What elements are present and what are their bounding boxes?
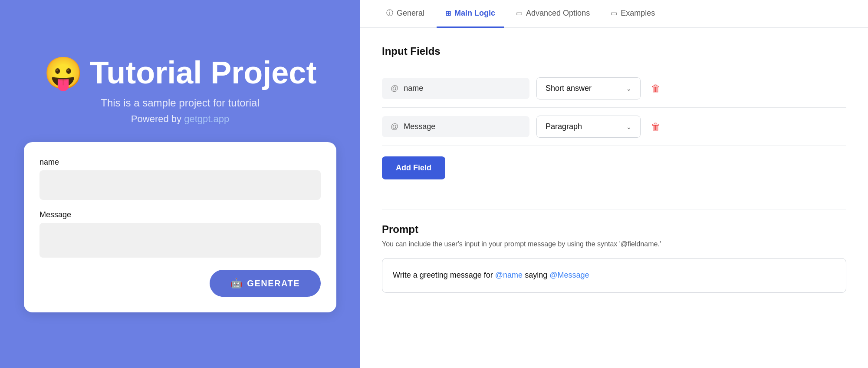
tab-examples-label: Examples <box>621 9 655 18</box>
delete-icon-message[interactable]: 🗑 <box>651 121 661 133</box>
field-name-label: name <box>404 84 423 93</box>
generate-button[interactable]: 🤖 GENERATE <box>210 270 321 297</box>
form-field-name: name <box>39 158 321 200</box>
field-type-label-name: Short answer <box>546 84 592 93</box>
form-footer: 🤖 GENERATE <box>39 270 321 297</box>
message-textarea[interactable] <box>39 223 321 258</box>
main-logic-icon: ⊞ <box>445 9 451 17</box>
prompt-help-text: You can include the user's input in your… <box>382 239 846 249</box>
at-icon-message: @ <box>391 122 398 131</box>
right-panel: ⓘ General ⊞ Main Logic ▭ Advanced Option… <box>360 0 868 368</box>
tab-main-logic[interactable]: ⊞ Main Logic <box>437 0 504 28</box>
field-name-box-message: @ Message <box>382 116 529 137</box>
prompt-box[interactable]: Write a greeting message for @name sayin… <box>382 258 846 293</box>
powered-by-text: Powered by getgpt.app <box>131 113 229 125</box>
prompt-mention-name: @name <box>495 271 523 279</box>
prompt-text-middle: saying <box>525 271 549 279</box>
add-field-button[interactable]: Add Field <box>382 156 445 179</box>
name-input[interactable] <box>39 170 321 200</box>
field-type-label-message: Paragraph <box>546 122 582 131</box>
name-label: name <box>39 158 321 167</box>
message-label: Message <box>39 210 321 219</box>
tab-general-label: General <box>397 9 424 18</box>
form-card: name Message 🤖 GENERATE <box>24 142 336 312</box>
tab-main-logic-label: Main Logic <box>454 9 495 18</box>
prompt-title: Prompt <box>382 223 846 235</box>
general-icon: ⓘ <box>386 9 393 18</box>
divider <box>382 209 846 209</box>
powered-by-label: Powered by <box>131 113 181 124</box>
powered-by-link[interactable]: getgpt.app <box>184 113 229 124</box>
generate-label: GENERATE <box>247 278 300 288</box>
at-icon-name: @ <box>391 84 398 93</box>
field-type-select-message[interactable]: Paragraph ⌄ <box>536 116 641 138</box>
input-fields-title: Input Fields <box>382 45 846 57</box>
tabs-bar: ⓘ General ⊞ Main Logic ▭ Advanced Option… <box>360 0 868 28</box>
content-area: Input Fields @ name Short answer ⌄ 🗑 @ M… <box>360 28 868 368</box>
left-panel: 😛 Tutorial Project This is a sample proj… <box>0 0 360 368</box>
project-header: 😛 Tutorial Project <box>44 56 317 90</box>
examples-icon: ▭ <box>611 9 617 17</box>
project-emoji: 😛 <box>44 57 83 89</box>
advanced-options-icon: ▭ <box>516 9 523 17</box>
chevron-down-icon-name: ⌄ <box>626 85 631 92</box>
form-field-message: Message <box>39 210 321 259</box>
chevron-down-icon-message: ⌄ <box>626 123 631 130</box>
tab-advanced-options-label: Advanced Options <box>526 9 590 18</box>
prompt-text-before: Write a greeting message for <box>393 271 493 279</box>
tab-examples[interactable]: ▭ Examples <box>602 0 664 28</box>
delete-icon-name[interactable]: 🗑 <box>651 83 661 94</box>
input-field-row-name: @ name Short answer ⌄ 🗑 <box>382 70 846 108</box>
field-message-label: Message <box>404 122 435 131</box>
prompt-mention-message: @Message <box>549 271 589 279</box>
tab-general[interactable]: ⓘ General <box>378 0 433 28</box>
project-subtitle: This is a sample project for tutorial <box>101 97 259 109</box>
field-name-box-name: @ name <box>382 78 529 99</box>
robot-icon: 🤖 <box>230 278 243 289</box>
tab-advanced-options[interactable]: ▭ Advanced Options <box>507 0 598 28</box>
input-field-row-message: @ Message Paragraph ⌄ 🗑 <box>382 108 846 146</box>
project-title: Tutorial Project <box>90 56 317 90</box>
field-type-select-name[interactable]: Short answer ⌄ <box>536 77 641 99</box>
